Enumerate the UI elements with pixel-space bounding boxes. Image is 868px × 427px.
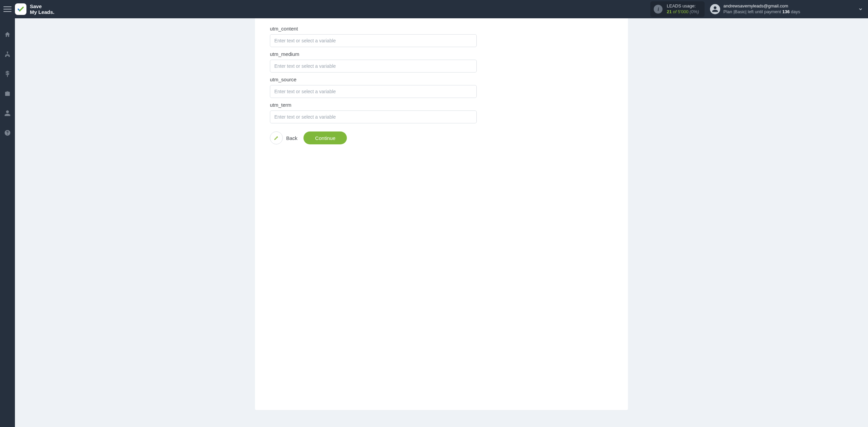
plan-name: Basic bbox=[735, 9, 746, 14]
avatar bbox=[710, 4, 720, 14]
actions-row: Back Continue bbox=[270, 131, 477, 144]
field-label: utm_medium bbox=[270, 51, 477, 57]
check-icon bbox=[17, 5, 24, 13]
usage-total: 5'000 bbox=[678, 9, 688, 14]
leads-usage-widget[interactable]: i LEADS usage: 21 of 5'000 (0%) bbox=[650, 1, 704, 17]
usage-of: of bbox=[673, 9, 677, 14]
usage-pct: (0%) bbox=[690, 9, 699, 14]
utm-content-input[interactable] bbox=[270, 34, 477, 47]
briefcase-icon bbox=[4, 90, 11, 97]
form-field: utm_medium bbox=[270, 51, 477, 73]
help-icon bbox=[4, 129, 11, 136]
back-button[interactable]: Back bbox=[270, 131, 297, 144]
usage-count: 21 bbox=[667, 9, 671, 14]
user-icon bbox=[712, 6, 718, 13]
pencil-circle bbox=[270, 131, 283, 144]
brand-name: Save My Leads. bbox=[30, 3, 55, 15]
back-label: Back bbox=[286, 135, 297, 141]
form-card: utm_contentutm_mediumutm_sourceutm_term … bbox=[255, 18, 628, 410]
plan-prefix: Plan | bbox=[724, 9, 735, 14]
chevron-down-icon bbox=[858, 7, 863, 12]
sitemap-icon bbox=[4, 51, 11, 58]
form-field: utm_term bbox=[270, 102, 477, 123]
field-label: utm_term bbox=[270, 102, 477, 108]
field-label: utm_source bbox=[270, 77, 477, 82]
menu-toggle[interactable] bbox=[3, 5, 12, 13]
topbar: Save My Leads. i LEADS usage: 21 of 5'00… bbox=[0, 0, 868, 18]
svg-rect-0 bbox=[5, 92, 9, 96]
brand-line2: My Leads. bbox=[30, 9, 55, 15]
brand-line1: Save bbox=[30, 3, 55, 9]
user-icon bbox=[4, 110, 11, 117]
svg-point-2 bbox=[7, 134, 8, 135]
sidebar-sitemap[interactable] bbox=[0, 47, 15, 61]
sidebar bbox=[0, 18, 15, 427]
account-widget[interactable]: andrewsavemyleads@gmail.com Plan |Basic|… bbox=[710, 3, 800, 15]
account-chevron[interactable] bbox=[858, 6, 863, 12]
main-area: utm_contentutm_mediumutm_sourceutm_term … bbox=[15, 18, 868, 427]
continue-button[interactable]: Continue bbox=[303, 131, 347, 144]
usage-label: LEADS usage: bbox=[667, 3, 699, 9]
sidebar-briefcase[interactable] bbox=[0, 87, 15, 100]
account-email: andrewsavemyleads@gmail.com bbox=[724, 3, 800, 9]
sidebar-home[interactable] bbox=[0, 28, 15, 41]
home-icon bbox=[4, 31, 11, 38]
utm-term-input[interactable] bbox=[270, 110, 477, 123]
account-plan: Plan |Basic| left until payment 136 days bbox=[724, 9, 800, 15]
plan-days-num: 136 bbox=[782, 9, 790, 14]
dollar-icon bbox=[4, 70, 11, 77]
form-field: utm_source bbox=[270, 77, 477, 98]
plan-days-word: days bbox=[790, 9, 800, 14]
utm-medium-input[interactable] bbox=[270, 60, 477, 73]
form-field: utm_content bbox=[270, 26, 477, 47]
field-label: utm_content bbox=[270, 26, 477, 32]
utm-source-input[interactable] bbox=[270, 85, 477, 98]
app-logo bbox=[15, 3, 26, 15]
info-icon: i bbox=[654, 5, 663, 14]
sidebar-profile[interactable] bbox=[0, 106, 15, 120]
sidebar-billing[interactable] bbox=[0, 67, 15, 81]
pencil-icon bbox=[274, 135, 279, 141]
plan-mid: | left until payment bbox=[745, 9, 782, 14]
sidebar-help[interactable] bbox=[0, 126, 15, 140]
